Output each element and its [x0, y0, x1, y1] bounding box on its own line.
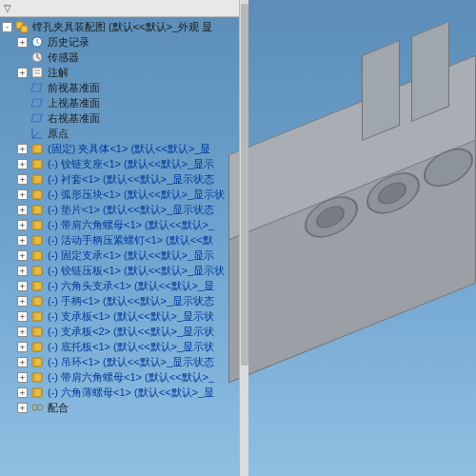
expander-icon[interactable]: + — [17, 189, 28, 200]
expander-icon[interactable]: + — [17, 403, 28, 413]
expander-icon[interactable]: + — [17, 144, 28, 154]
part-icon — [30, 340, 45, 353]
part-item-3[interactable]: +(-) 弧形压块<1> (默认<<默认>_显示状 — [0, 187, 243, 202]
part-icon — [30, 233, 45, 247]
part-icon — [30, 264, 45, 277]
node-label: (-) 吊环<1> (默认<<默认>_显示状态 — [48, 355, 214, 369]
part-icon — [30, 370, 45, 384]
expander-icon[interactable]: + — [17, 220, 28, 230]
part-item-4[interactable]: +(-) 垫片<1> (默认<<默认>_显示状态 — [0, 202, 243, 217]
node-label: 传感器 — [48, 50, 79, 65]
part-icon — [30, 355, 45, 368]
expander-icon[interactable]: + — [17, 296, 28, 307]
sys-item-2[interactable]: +注解 — [0, 65, 243, 80]
origin-icon — [30, 127, 45, 140]
svg-line-11 — [32, 132, 39, 138]
sys-item-0[interactable]: +历史记录 — [0, 34, 243, 50]
node-label: (-) 六角薄螺母<1> (默认<<默认>_显 — [48, 386, 214, 400]
expander-icon[interactable]: + — [17, 37, 28, 48]
part-item-8[interactable]: +(-) 铰链压板<1> (默认<<默认>_显示状 — [0, 263, 243, 278]
part-item-13[interactable]: +(-) 底托板<1> (默认<<默认>_显示状 — [0, 339, 243, 354]
part-item-12[interactable]: +(-) 支承板<2> (默认<<默认>_显示状 — [0, 324, 243, 339]
part-icon — [30, 386, 45, 399]
node-label: 镗孔夹具装配图 (默认<<默认>_外观 显 — [32, 20, 212, 34]
expander-icon[interactable]: + — [17, 68, 28, 78]
node-label: (-) 支承板<1> (默认<<默认>_显示状 — [48, 309, 214, 324]
node-label: 前视基准面 — [48, 81, 100, 95]
root-assembly[interactable]: -镗孔夹具装配图 (默认<<默认>_外观 显 — [0, 19, 243, 34]
feature-tree[interactable]: ▽ -镗孔夹具装配图 (默认<<默认>_外观 显+历史记录传感器+注解前视基准面… — [0, 0, 243, 476]
expander-icon[interactable]: - — [2, 22, 12, 32]
filter-icon: ▽ — [4, 3, 11, 13]
plane-icon — [30, 111, 45, 125]
part-item-16[interactable]: +(-) 六角薄螺母<1> (默认<<默认>_显 — [0, 385, 243, 400]
expander-icon[interactable]: + — [17, 311, 28, 322]
node-label: 右视基准面 — [48, 111, 100, 126]
node-label: (固定) 夹具体<1> (默认<<默认>_显 — [48, 142, 210, 156]
expander-icon[interactable]: + — [17, 205, 28, 215]
part-item-15[interactable]: +(-) 带肩六角螺母<1> (默认<<默认>_ — [0, 369, 243, 385]
tree-filter-bar[interactable]: ▽ — [0, 0, 243, 17]
part-item-14[interactable]: +(-) 吊环<1> (默认<<默认>_显示状态 — [0, 354, 243, 369]
part-item-1[interactable]: +(-) 铰链支座<1> (默认<<默认>_显示 — [0, 156, 243, 171]
part-icon — [30, 172, 45, 186]
sys-item-3[interactable]: 前视基准面 — [0, 80, 243, 95]
node-label: (-) 手柄<1> (默认<<默认>_显示状态 — [48, 294, 214, 308]
tree-scrollbar[interactable] — [239, 0, 248, 476]
part-item-5[interactable]: +(-) 带肩六角螺母<1> (默认<<默认>_ — [0, 217, 243, 232]
node-label: (-) 衬套<1> (默认<<默认>_显示状态 — [48, 172, 214, 187]
part-icon — [30, 203, 45, 216]
part-icon — [30, 248, 45, 262]
node-label: (-) 弧形压块<1> (默认<<默认>_显示状 — [48, 188, 225, 202]
part-icon — [30, 294, 45, 307]
part-item-2[interactable]: +(-) 衬套<1> (默认<<默认>_显示状态 — [0, 171, 243, 187]
expander-icon[interactable]: + — [17, 235, 28, 246]
expander-icon[interactable]: + — [17, 387, 28, 398]
expander-icon[interactable]: + — [17, 357, 28, 367]
node-label: (-) 铰链压板<1> (默认<<默认>_显示状 — [48, 264, 225, 278]
hist-icon — [30, 35, 45, 49]
scroll-thumb[interactable] — [241, 4, 248, 366]
node-label: (-) 六角头支承<1> (默认<<默认>_显 — [48, 279, 214, 293]
asm-icon — [15, 20, 30, 33]
part-icon — [30, 188, 45, 201]
svg-rect-1 — [21, 26, 28, 32]
expander-icon[interactable]: + — [17, 250, 28, 261]
node-label: 历史记录 — [48, 35, 89, 50]
expander-icon[interactable]: + — [17, 266, 28, 276]
expander-icon[interactable]: + — [17, 342, 28, 352]
part-icon — [30, 218, 45, 231]
part-item-7[interactable]: +(-) 固定支承<1> (默认<<默认>_显示 — [0, 248, 243, 263]
sys-item-4[interactable]: 上视基准面 — [0, 95, 243, 110]
node-label: (-) 支承板<2> (默认<<默认>_显示状 — [48, 325, 214, 339]
node-label: 原点 — [48, 127, 69, 141]
node-label: 上视基准面 — [48, 96, 100, 110]
node-label: 配合 — [48, 401, 69, 415]
expander-icon[interactable]: + — [17, 327, 28, 337]
expander-icon[interactable]: + — [17, 174, 28, 185]
part-item-6[interactable]: +(-) 活动手柄压紧螺钉<1> (默认<<默 — [0, 232, 243, 248]
expander-icon[interactable]: + — [17, 281, 28, 291]
svg-rect-6 — [32, 68, 42, 77]
sys-item-5[interactable]: 右视基准面 — [0, 110, 243, 126]
part-icon — [30, 279, 45, 292]
expander-icon[interactable]: + — [17, 159, 28, 169]
sys-item-1[interactable]: 传感器 — [0, 50, 243, 65]
mates-folder[interactable]: +配合 — [0, 400, 243, 415]
sensor-icon — [30, 50, 45, 64]
part-icon — [30, 309, 45, 323]
expander-icon[interactable]: + — [17, 372, 28, 383]
part-item-10[interactable]: +(-) 手柄<1> (默认<<默认>_显示状态 — [0, 293, 243, 308]
sys-item-6[interactable]: 原点 — [0, 126, 243, 141]
node-label: (-) 带肩六角螺母<1> (默认<<默认>_ — [48, 218, 214, 232]
part-item-11[interactable]: +(-) 支承板<1> (默认<<默认>_显示状 — [0, 308, 243, 324]
node-label: (-) 垫片<1> (默认<<默认>_显示状态 — [48, 203, 214, 217]
plane-icon — [30, 96, 45, 109]
node-label: (-) 带肩六角螺母<1> (默认<<默认>_ — [48, 370, 214, 385]
part-item-0[interactable]: +(固定) 夹具体<1> (默认<<默认>_显 — [0, 141, 243, 156]
node-label: (-) 底托板<1> (默认<<默认>_显示状 — [48, 340, 214, 354]
plane-icon — [30, 81, 45, 94]
part-icon — [30, 325, 45, 338]
part-item-9[interactable]: +(-) 六角头支承<1> (默认<<默认>_显 — [0, 278, 243, 293]
node-label: 注解 — [48, 66, 69, 80]
